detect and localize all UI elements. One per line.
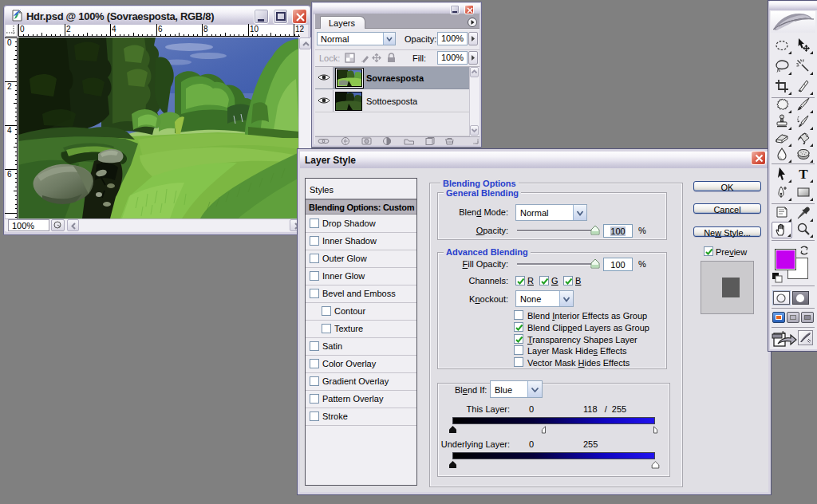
- svg-text:T: T: [799, 167, 808, 181]
